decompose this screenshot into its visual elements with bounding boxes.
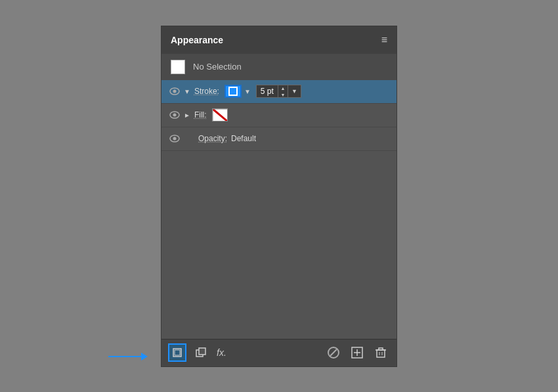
svg-point-3 — [173, 114, 177, 117]
add-new-item-button[interactable] — [348, 343, 366, 362]
svg-rect-10 — [175, 350, 180, 355]
stroke-weight-value[interactable]: 5 pt — [257, 87, 278, 96]
stroke-expand-icon[interactable]: ▼ — [184, 88, 190, 95]
stroke-color-swatch — [228, 87, 238, 96]
add-icon — [351, 347, 363, 359]
fill-color-button[interactable] — [212, 108, 228, 121]
fill-expand-icon: ► — [184, 112, 190, 119]
stroke-weight-dropdown[interactable]: ▼ — [288, 85, 301, 98]
panel-menu-icon[interactable]: ≡ — [381, 35, 387, 45]
selection-swatch — [171, 60, 185, 74]
panel-footer: fx. — [161, 339, 397, 366]
opacity-value: Default — [231, 134, 256, 143]
opacity-row: Opacity: Default — [161, 127, 397, 151]
stroke-visibility-icon[interactable] — [168, 87, 181, 96]
opacity-label: Opacity: — [198, 134, 227, 143]
arrow-head — [141, 353, 148, 360]
stroke-weight-control: 5 pt ▲ ▼ — [256, 85, 288, 98]
appearance-panel: Appearance ≡ No Selection ▼ Stroke: ▼ — [161, 26, 397, 367]
svg-point-1 — [173, 90, 177, 93]
svg-rect-12 — [199, 348, 205, 355]
stroke-weight-up[interactable]: ▲ — [278, 85, 288, 91]
fill-row: ► Fill: — [161, 104, 397, 127]
fill-visibility-icon[interactable] — [168, 110, 181, 120]
panel-content-area — [161, 151, 397, 339]
arrow-indicator — [108, 353, 148, 360]
no-selection-row: No Selection — [161, 54, 397, 80]
panel-wrapper: Appearance ≡ No Selection ▼ Stroke: ▼ — [161, 26, 397, 367]
stroke-weight-spinner[interactable]: ▲ ▼ — [278, 85, 288, 98]
fill-label: Fill: — [194, 110, 207, 120]
panel-header: Appearance ≡ — [161, 26, 397, 54]
panel-title: Appearance — [171, 35, 223, 45]
fx-button[interactable]: fx. — [217, 347, 226, 358]
new-art-style-icon — [172, 347, 182, 358]
stroke-color-button[interactable] — [225, 85, 242, 98]
clear-icon — [328, 347, 339, 359]
svg-point-8 — [173, 137, 177, 141]
delete-item-button[interactable] — [372, 343, 390, 362]
no-selection-label: No Selection — [193, 62, 242, 72]
new-art-style-button[interactable] — [168, 343, 186, 362]
opacity-visibility-icon[interactable] — [168, 134, 181, 143]
stroke-label: Stroke: — [194, 87, 219, 96]
duplicate-icon — [196, 347, 206, 358]
arrow-line — [108, 356, 141, 357]
stroke-color-dropdown-icon[interactable]: ▼ — [244, 88, 251, 95]
svg-rect-18 — [379, 348, 383, 350]
trash-icon — [375, 347, 387, 359]
clear-appearance-button[interactable] — [324, 343, 343, 362]
svg-rect-16 — [377, 350, 385, 357]
duplicate-item-button[interactable] — [192, 343, 210, 362]
stroke-row: ▼ Stroke: ▼ 5 pt ▲ ▼ ▼ — [161, 80, 397, 104]
stroke-weight-down[interactable]: ▼ — [278, 91, 288, 98]
